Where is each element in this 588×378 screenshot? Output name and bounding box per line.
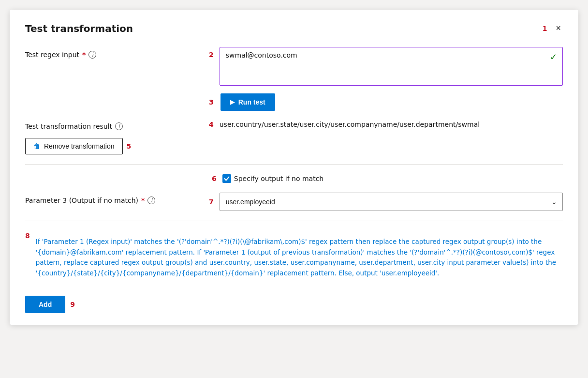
run-test-button[interactable]: ▶ Run test <box>220 93 275 111</box>
dialog-header: Test transformation 1 × <box>25 21 563 35</box>
step5-badge: 5 <box>127 142 132 150</box>
param3-select[interactable]: user.employeeid user.mail user.departmen… <box>220 193 563 211</box>
result-row: Test transformation result i 4 user.coun… <box>25 119 563 130</box>
step2-badge: 2 <box>209 47 214 59</box>
param3-select-wrap: user.employeeid user.mail user.departmen… <box>220 193 563 211</box>
description-row: 8 If 'Parameter 1 (Regex input)' matches… <box>25 231 563 288</box>
result-info-icon[interactable]: i <box>115 122 123 130</box>
regex-info-icon[interactable]: i <box>88 51 96 59</box>
close-icon: × <box>556 23 561 33</box>
divider <box>25 164 563 165</box>
regex-input-wrap: swmal@contoso.com ✓ <box>220 47 563 86</box>
test-transformation-dialog: Test transformation 1 × Test regex input… <box>10 10 578 325</box>
regex-input-row: Test regex input * i 2 swmal@contoso.com… <box>25 47 563 86</box>
step7-badge: 7 <box>209 198 214 206</box>
add-button[interactable]: Add <box>25 296 65 313</box>
param3-label: Parameter 3 (Output if no match) * i <box>25 193 209 204</box>
step8-badge: 8 <box>25 231 30 240</box>
remove-row: 🗑 Remove transformation 5 <box>25 138 563 154</box>
step1-badge: 1 <box>543 25 547 32</box>
param3-required: * <box>141 197 145 204</box>
step9-badge: 9 <box>70 301 75 308</box>
dialog-title: Test transformation <box>25 23 133 34</box>
result-label: Test transformation result i <box>25 119 209 130</box>
param3-info-icon[interactable]: i <box>147 197 155 204</box>
checkbox-row: 6 Specify output if no match <box>25 174 563 183</box>
step4-badge: 4 <box>209 121 214 128</box>
play-icon: ▶ <box>230 99 235 106</box>
run-test-label: Run test <box>238 98 265 106</box>
remove-transformation-button[interactable]: 🗑 Remove transformation <box>25 138 123 154</box>
specify-output-checkbox[interactable] <box>222 174 231 183</box>
description-text: If 'Parameter 1 (Regex input)' matches t… <box>36 237 563 278</box>
result-value: user.country/user.state/user.city/user.c… <box>220 119 563 130</box>
run-test-row: 3 ▶ Run test <box>209 93 563 111</box>
regex-input[interactable]: swmal@contoso.com <box>220 47 563 86</box>
close-button[interactable]: × <box>554 21 563 35</box>
step6-badge: 6 <box>212 175 217 182</box>
step3-badge: 3 <box>209 98 214 106</box>
footer-row: Add 9 <box>25 296 563 313</box>
remove-transformation-label: Remove transformation <box>44 142 115 150</box>
divider2 <box>25 221 563 221</box>
trash-icon: 🗑 <box>33 142 40 150</box>
check-icon: ✓ <box>550 52 557 62</box>
param3-row: Parameter 3 (Output if no match) * i 7 u… <box>25 193 563 211</box>
required-indicator: * <box>82 51 86 59</box>
regex-label: Test regex input * i <box>25 47 209 59</box>
specify-output-label: Specify output if no match <box>234 175 323 182</box>
